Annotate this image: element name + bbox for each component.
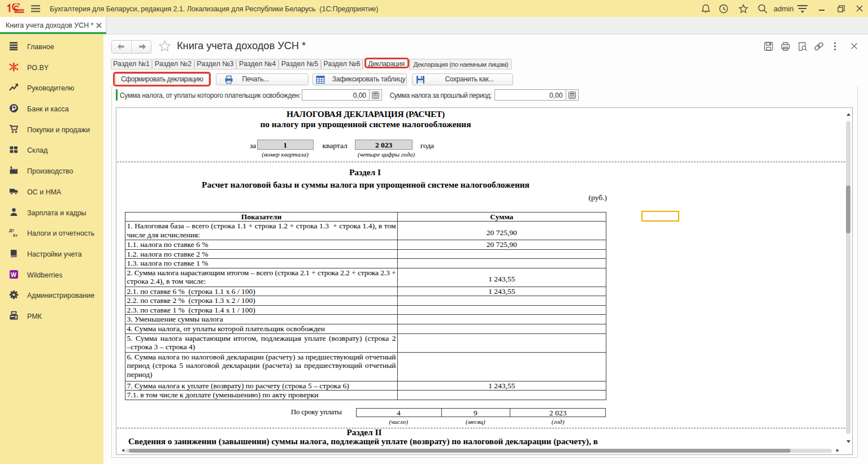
svg-text:Кт: Кт <box>13 233 18 238</box>
svg-text:W: W <box>11 271 16 277</box>
